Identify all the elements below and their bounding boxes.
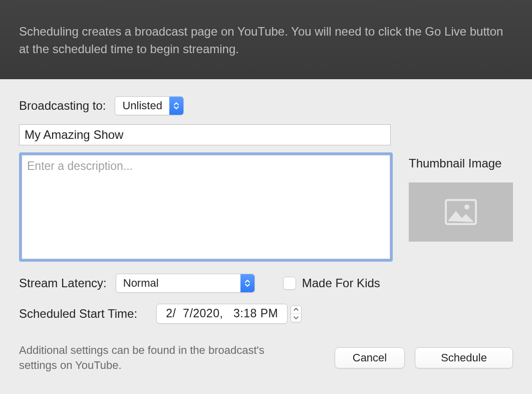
cancel-button-label: Cancel (353, 351, 387, 364)
footer-buttons: Cancel Schedule (335, 347, 513, 368)
broadcasting-selected-value: Unlisted (115, 97, 169, 115)
made-for-kids-wrap: Made For Kids (283, 276, 380, 290)
header-info-text: Scheduling creates a broadcast page on Y… (19, 25, 503, 56)
made-for-kids-checkbox[interactable] (283, 277, 296, 290)
schedule-button-label: Schedule (441, 351, 487, 364)
svg-point-1 (464, 205, 469, 210)
stepper-down-button[interactable] (291, 314, 301, 322)
chevron-down-icon (294, 316, 299, 319)
title-input[interactable] (19, 124, 391, 145)
scheduled-time-stepper[interactable] (291, 305, 302, 322)
scheduled-time-row: Scheduled Start Time: 2/ 7/2020, 3:18 PM (19, 304, 513, 324)
latency-selected-value: Normal (116, 274, 240, 292)
broadcasting-select[interactable]: Unlisted (115, 96, 183, 115)
scheduled-time-label: Scheduled Start Time: (19, 307, 137, 321)
thumbnail-label: Thumbnail Image (409, 156, 513, 170)
header-banner: Scheduling creates a broadcast page on Y… (0, 0, 532, 79)
chevron-up-icon (294, 308, 299, 311)
broadcasting-label: Broadcasting to: (19, 99, 106, 113)
broadcasting-row: Broadcasting to: Unlisted (19, 96, 513, 115)
description-textarea[interactable] (22, 155, 390, 259)
main-row: Thumbnail Image (19, 152, 513, 262)
image-placeholder-icon (445, 199, 477, 225)
select-arrows-icon (169, 97, 183, 115)
footer-row: Additional settings can be found in the … (19, 343, 513, 374)
thumbnail-placeholder[interactable] (409, 182, 513, 242)
latency-label: Stream Latency: (19, 276, 107, 290)
title-row (19, 124, 513, 145)
thumbnail-column: Thumbnail Image (409, 152, 513, 242)
footer-note: Additional settings can be found in the … (19, 343, 290, 374)
stepper-up-button[interactable] (291, 306, 301, 314)
cancel-button[interactable]: Cancel (335, 347, 405, 368)
scheduled-time-value: 2/ 7/2020, 3:18 PM (157, 304, 287, 323)
scheduled-time-field[interactable]: 2/ 7/2020, 3:18 PM (156, 304, 288, 324)
content-area: Broadcasting to: Unlisted Thumbnail Imag… (0, 79, 532, 374)
made-for-kids-label: Made For Kids (302, 276, 380, 290)
select-arrows-icon (240, 274, 254, 292)
description-focus-ring (19, 152, 393, 262)
schedule-button[interactable]: Schedule (415, 347, 513, 368)
latency-select[interactable]: Normal (116, 274, 255, 293)
latency-row: Stream Latency: Normal Made For Kids (19, 274, 513, 293)
